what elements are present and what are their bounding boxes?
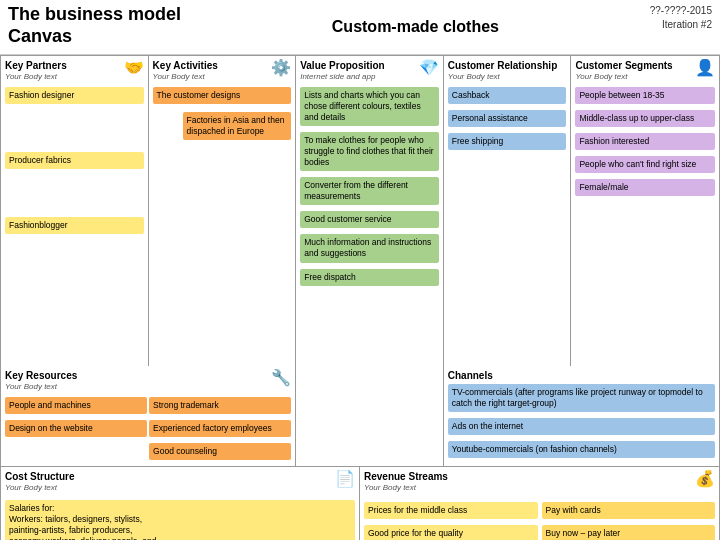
header: The business model Canvas Custom-made cl… <box>0 0 720 55</box>
list-item: Lists and charts which you can chose dif… <box>300 87 439 126</box>
list-item: Personal assistance <box>448 110 567 127</box>
iteration-info: ??-????-2015 Iteration #2 <box>650 4 712 32</box>
kr-subtitle: Your Body text <box>5 382 77 391</box>
cs-subtitle: Your Body text <box>575 72 672 81</box>
list-item: Design on the website <box>5 420 147 437</box>
date-text: ??-????-2015 <box>650 4 712 18</box>
list-item: Much information and instructions and su… <box>300 234 439 262</box>
revenue-title: Revenue Streams <box>364 471 448 482</box>
list-item: Strong trademark <box>149 397 291 414</box>
list-item: Free shipping <box>448 133 567 150</box>
revenue-cards: Prices for the middle class Good price f… <box>364 500 715 540</box>
top-row: Key Partners Your Body text 🤝 Fashion de… <box>0 55 720 366</box>
cost-structure-section: Cost Structure Your Body text 📄 Salaries… <box>1 467 360 540</box>
key-partners-title: Key Partners <box>5 60 67 71</box>
list-item: Good customer service <box>300 211 439 228</box>
key-partners-section: Key Partners Your Body text 🤝 Fashion de… <box>1 56 149 366</box>
list-item: Buy now – pay later <box>542 525 716 540</box>
list-item: Fashion designer <box>5 87 144 104</box>
list-item: People between 18-35 <box>575 87 715 104</box>
list-item: TV-commercials (after programs like proj… <box>448 384 715 412</box>
money-icon: 📄 <box>335 471 355 487</box>
revenue-subtitle: Your Body text <box>364 483 448 492</box>
channels-cards: TV-commercials (after programs like proj… <box>448 382 715 460</box>
value-proposition-section: Value Proposition Internet side and app … <box>296 56 444 366</box>
key-activities-section: Key Activities Your Body text ⚙️ The cus… <box>149 56 297 366</box>
list-item: Female/male <box>575 179 715 196</box>
list-item: Prices for the middle class <box>364 502 538 519</box>
vp-lower-empty <box>296 366 444 467</box>
list-item: Free dispatch <box>300 269 439 286</box>
list-item: Fashionblogger <box>5 217 144 234</box>
person-icon: 👤 <box>695 60 715 76</box>
list-item: Youtube-commercials (on fashion channels… <box>448 441 715 458</box>
diamond-icon: 💎 <box>419 60 439 76</box>
kr-title: Key Resources <box>5 370 77 381</box>
cost-title: Cost Structure <box>5 471 74 482</box>
customer-relationship-section: Customer Relationship Your Body text Cas… <box>444 56 572 366</box>
middle-row: Key Resources Your Body text 🔧 People an… <box>0 366 720 467</box>
list-item: Ads on the internet <box>448 418 715 435</box>
list-item: The customer designs <box>153 87 292 104</box>
kr-cards: People and machines Design on the websit… <box>5 395 291 462</box>
key-partners-subtitle: Your Body text <box>5 72 67 81</box>
title-block: The business model Canvas <box>8 4 181 47</box>
list-item: Good price for the quality <box>364 525 538 540</box>
list-item: To make clothes for people who struggle … <box>300 132 439 171</box>
gear-icon: ⚙️ <box>271 60 291 76</box>
tools-icon: 🔧 <box>271 370 291 386</box>
list-item: Pay with cards <box>542 502 716 519</box>
cr-cards: Cashback Personal assistance Free shippi… <box>448 85 567 152</box>
bottom-row: Cost Structure Your Body text 📄 Salaries… <box>0 467 720 540</box>
channels-title: Channels <box>448 370 715 381</box>
list-item: Good counseling <box>149 443 291 460</box>
page-title-line2: Canvas <box>8 26 181 48</box>
customer-segments-section: Customer Segments Your Body text 👤 Peopl… <box>571 56 719 366</box>
key-activities-title: Key Activities <box>153 60 218 71</box>
vp-cards: Lists and charts which you can chose dif… <box>300 85 439 288</box>
vp-title: Value Proposition <box>300 60 384 71</box>
cs-cards: People between 18-35 Middle-class up to … <box>575 85 715 198</box>
cost-subtitle: Your Body text <box>5 483 74 492</box>
cs-title: Customer Segments <box>575 60 672 71</box>
list-item: Middle-class up to upper-class <box>575 110 715 127</box>
cr-subtitle: Your Body text <box>448 72 567 81</box>
list-item: Cashback <box>448 87 567 104</box>
cost-main-text: Salaries for: Workers: tailors, designer… <box>5 500 355 540</box>
vp-subtitle: Internet side and app <box>300 72 384 81</box>
key-activities-cards: The customer designs Factories in Asia a… <box>153 85 292 142</box>
key-partners-cards: Fashion designer Producer fabrics Fashio… <box>5 85 144 236</box>
list-item: Producer fabrics <box>5 152 144 169</box>
list-item: Converter from the different measurement… <box>300 177 439 205</box>
handshake-icon: 🤝 <box>124 60 144 76</box>
iteration-text: Iteration #2 <box>650 18 712 32</box>
list-item: People who can't find right size <box>575 156 715 173</box>
list-item: Experienced factory employees <box>149 420 291 437</box>
list-item: Factories in Asia and then dispached in … <box>183 112 292 140</box>
list-item: People and machines <box>5 397 147 414</box>
revenue-streams-section: Revenue Streams Your Body text 💰 Prices … <box>360 467 719 540</box>
key-resources-section: Key Resources Your Body text 🔧 People an… <box>1 366 296 467</box>
center-title: Custom-made clothes <box>332 18 499 36</box>
cr-title: Customer Relationship <box>448 60 567 71</box>
page-title-line1: The business model <box>8 4 181 26</box>
cash-icon: 💰 <box>695 471 715 487</box>
channels-section: Channels TV-commercials (after programs … <box>444 366 719 467</box>
key-activities-subtitle: Your Body text <box>153 72 218 81</box>
list-item: Fashion interested <box>575 133 715 150</box>
